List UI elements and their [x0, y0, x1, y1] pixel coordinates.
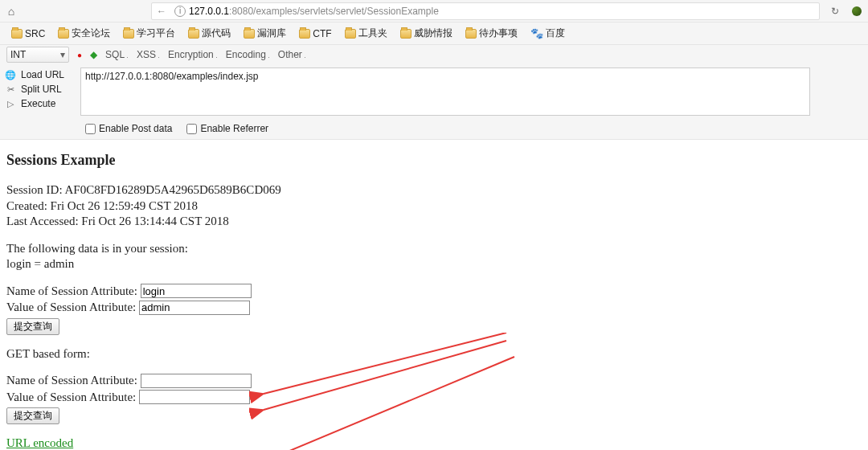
globe-icon: 🌐: [5, 70, 16, 80]
paw-icon: 🐾: [530, 27, 543, 39]
session-id-label: Session ID:: [6, 183, 65, 196]
session-data-intro: The following data is in your session:: [6, 241, 862, 257]
bookmark-item[interactable]: 源代码: [183, 25, 235, 42]
folder-icon: [123, 29, 134, 39]
created-value: Fri Oct 26 12:59:49 CST 2018: [51, 199, 199, 212]
hackbar-panel: INT ▾ ● ◆ SQLXSSEncryptionEncodingOther …: [0, 45, 868, 140]
execute-label: Execute: [21, 98, 55, 109]
folder-icon: [58, 29, 69, 39]
split-url-label: Split URL: [21, 84, 62, 95]
play-icon: ▷: [5, 99, 16, 109]
enable-referrer-checkbox[interactable]: Enable Referrer: [186, 123, 268, 134]
folder-icon: [11, 29, 23, 39]
type-selector[interactable]: INT ▾: [6, 47, 69, 63]
chevron-down-icon: ▾: [60, 49, 65, 60]
add-icon[interactable]: ◆: [90, 49, 97, 60]
bookmark-item[interactable]: 学习平台: [118, 25, 180, 42]
load-url-label: Load URL: [21, 69, 64, 80]
bookmark-item[interactable]: 🐾百度: [526, 25, 570, 42]
folder-icon: [345, 29, 356, 39]
last-accessed-label: Last Accessed:: [6, 215, 81, 227]
bookmark-label: 威胁情报: [414, 27, 452, 40]
bookmark-label: 安全论坛: [72, 27, 110, 40]
name-attr-label-2: Name of Session Attribute:: [6, 374, 137, 387]
enable-post-checkbox[interactable]: Enable Post data: [85, 123, 172, 134]
name-attr-input[interactable]: [141, 284, 252, 298]
split-url-button[interactable]: ✂Split URL: [5, 82, 76, 96]
value-attr-input-2[interactable]: [139, 390, 250, 404]
value-attr-input[interactable]: [139, 301, 250, 315]
bookmark-label: 工具夹: [358, 27, 387, 40]
get-form-heading: GET based form:: [6, 346, 862, 362]
hackbar-menu-xss[interactable]: XSS: [137, 49, 160, 60]
bookmark-item[interactable]: 威胁情报: [395, 25, 457, 42]
enable-post-label: Enable Post data: [99, 123, 172, 134]
scissors-icon: ✂: [5, 84, 16, 95]
site-info-icon[interactable]: i: [174, 6, 186, 17]
home-icon[interactable]: ⌂: [0, 5, 23, 18]
bookmark-item[interactable]: 工具夹: [340, 25, 392, 42]
browser-topbar: ⌂ ← i 127.0.0.1:8080/examples/servlets/s…: [0, 0, 868, 22]
url-path: :8080/examples/servlets/servlet/SessionE…: [229, 6, 439, 17]
record-icon[interactable]: ●: [77, 51, 82, 59]
bookmark-item[interactable]: 漏洞库: [239, 25, 291, 42]
url-host: 127.0.0.1: [189, 6, 229, 17]
reload-icon[interactable]: ↻: [825, 6, 845, 17]
name-attr-label: Name of Session Attribute:: [6, 284, 137, 297]
last-accessed-value: Fri Oct 26 13:14:44 CST 2018: [81, 215, 229, 227]
enable-referrer-label: Enable Referrer: [200, 123, 268, 134]
execute-button[interactable]: ▷Execute: [5, 96, 76, 111]
bookmarks-bar: SRC安全论坛学习平台源代码漏洞库CTF工具夹威胁情报待办事项🐾百度: [0, 22, 868, 45]
url-encoded-link[interactable]: URL encoded: [6, 436, 73, 449]
session-info: Session ID: AF0C8FD16289D5A42965D6589B6C…: [6, 182, 862, 230]
hackbar-menubar: INT ▾ ● ◆ SQLXSSEncryptionEncodingOther: [0, 45, 868, 64]
hackbar-side: 🌐Load URL ✂Split URL ▷Execute: [0, 64, 80, 123]
type-selector-label: INT: [10, 49, 26, 60]
hackbar-url-input[interactable]: [80, 68, 810, 116]
bookmark-label: 学习平台: [137, 27, 175, 40]
session-data-line: login = admin: [6, 256, 862, 272]
bookmark-item[interactable]: 待办事项: [461, 25, 522, 42]
folder-icon: [299, 29, 310, 39]
folder-icon: [244, 29, 255, 39]
submit-button-2[interactable]: 提交查询: [6, 407, 59, 424]
bookmark-label: SRC: [25, 28, 45, 39]
page-content: Sessions Example Session ID: AF0C8FD1628…: [0, 140, 868, 450]
value-attr-label: Value of Session Attribute:: [6, 301, 136, 313]
name-attr-input-2[interactable]: [141, 374, 252, 388]
submit-button-1[interactable]: 提交查询: [6, 318, 59, 335]
bookmark-label: CTF: [313, 28, 331, 39]
hackbar-menu-encoding[interactable]: Encoding: [226, 49, 270, 60]
bookmark-label: 漏洞库: [257, 27, 286, 40]
folder-icon: [465, 29, 477, 39]
folder-icon: [188, 29, 199, 39]
value-attr-label-2: Value of Session Attribute:: [6, 391, 136, 403]
back-icon[interactable]: ←: [152, 6, 171, 17]
hackbar-menu-encryption[interactable]: Encryption: [168, 49, 218, 60]
hackbar-menu-sql[interactable]: SQL: [105, 49, 129, 60]
load-url-button[interactable]: 🌐Load URL: [5, 68, 76, 82]
hackbar-menu-other[interactable]: Other: [278, 49, 306, 60]
created-label: Created:: [6, 199, 51, 212]
bookmark-label: 源代码: [202, 27, 231, 40]
extension-dot-icon[interactable]: [852, 6, 862, 16]
bookmark-label: 百度: [546, 27, 565, 40]
session-data: The following data is in your session: l…: [6, 241, 862, 272]
bookmark-item[interactable]: SRC: [6, 27, 50, 41]
folder-icon: [400, 29, 411, 39]
bookmark-item[interactable]: 安全论坛: [53, 25, 115, 42]
bookmark-label: 待办事项: [479, 27, 518, 40]
page-title: Sessions Example: [6, 151, 862, 170]
session-id-value: AF0C8FD16289D5A42965D6589B6CD069: [65, 183, 281, 196]
url-bar[interactable]: ← i 127.0.0.1:8080/examples/servlets/ser…: [151, 2, 820, 20]
bookmark-item[interactable]: CTF: [294, 27, 336, 41]
